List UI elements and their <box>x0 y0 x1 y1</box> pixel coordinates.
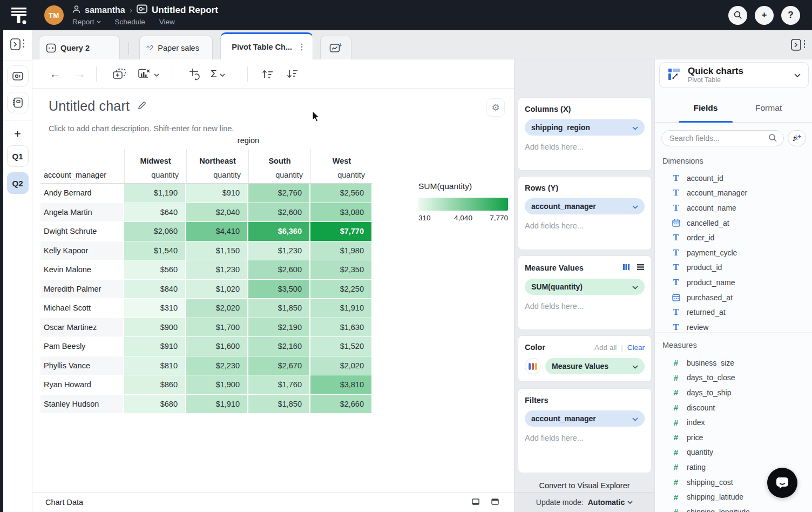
panel-toggle-icon[interactable] <box>10 37 26 53</box>
field-label: account_id <box>687 174 723 183</box>
minimize-panel-icon[interactable] <box>472 497 479 507</box>
search-button[interactable] <box>728 6 747 25</box>
chart-title[interactable]: Untitled chart <box>49 98 130 114</box>
measure-field-item[interactable]: #quantity <box>655 445 812 460</box>
row-dimension-header[interactable]: account_manager <box>40 166 124 184</box>
add-button[interactable]: + <box>755 6 774 25</box>
redo-button[interactable]: → <box>75 59 85 89</box>
filters-pill[interactable]: account_manager <box>525 410 645 427</box>
color-clear-button[interactable]: Clear <box>627 343 645 352</box>
avatar[interactable]: TM <box>44 5 64 25</box>
add-fields-placeholder[interactable]: Add fields here... <box>525 221 645 230</box>
chart-description-placeholder[interactable]: Click to add chart description. Shift-en… <box>49 124 234 133</box>
measure-field-item[interactable]: #shipping_longitude <box>655 504 812 512</box>
svg-text:+: + <box>339 43 342 48</box>
trevor-logo-icon[interactable] <box>10 4 30 26</box>
pivot-value-cell: $1,910 <box>310 299 373 318</box>
undo-button[interactable]: ← <box>50 59 60 89</box>
dimension-field-item[interactable]: Tproduct_name <box>655 275 812 290</box>
measure-field-item[interactable]: #price <box>655 430 812 445</box>
measure-field-item[interactable]: #days_to_ship <box>655 385 812 400</box>
rows-y-pill[interactable]: account_manager <box>525 198 645 214</box>
chart-data-label[interactable]: Chart Data <box>45 498 83 507</box>
color-add-all-button[interactable]: Add all <box>594 343 617 352</box>
measure-field-item[interactable]: #business_size <box>655 355 812 370</box>
tab-menu-kebab-icon[interactable]: ⋮ <box>297 42 306 52</box>
measure-field-item[interactable]: #index <box>655 415 812 430</box>
report-title[interactable]: Untitled Report <box>152 5 218 16</box>
dimension-field-item[interactable]: Treturned_at <box>655 305 812 320</box>
dimension-field-item[interactable]: Tproduct_id <box>655 260 812 275</box>
chat-support-button[interactable] <box>767 468 797 498</box>
search-fields-input[interactable] <box>661 130 784 146</box>
convert-to-visual-explorer-button[interactable]: Convert to Visual Explorer <box>515 481 654 490</box>
search-icon <box>768 133 777 145</box>
menu-schedule[interactable]: Schedule <box>115 18 145 26</box>
add-fields-placeholder[interactable]: Add fields here... <box>525 434 645 442</box>
measure-field-item[interactable]: #days_to_close <box>655 370 812 386</box>
breadcrumb-user[interactable]: samantha <box>85 5 125 15</box>
palette-icon[interactable] <box>525 358 541 374</box>
update-mode-select[interactable]: Automatic <box>588 498 633 507</box>
tab-paper-sales[interactable]: ^2 Paper sales <box>139 36 213 59</box>
pivot-value-cell: $1,630 <box>310 318 373 338</box>
tab-format[interactable]: Format <box>755 93 782 123</box>
add-formula-button[interactable]: fx+ <box>788 130 806 146</box>
update-mode-label: Update mode: <box>536 498 584 507</box>
measure-field-item[interactable]: #discount <box>655 400 812 415</box>
chart-settings-button[interactable]: ⚙ <box>486 98 505 117</box>
edit-pencil-icon[interactable] <box>137 100 147 112</box>
number-field-icon: # <box>672 477 680 487</box>
menu-view[interactable]: View <box>159 18 175 26</box>
column-header[interactable]: Northeast <box>186 149 248 166</box>
pivot-value-cell: $2,600 <box>248 203 310 223</box>
add-fields-placeholder[interactable]: Add fields here... <box>525 143 645 151</box>
dimension-field-item[interactable]: Taccount_manager <box>655 186 812 201</box>
tab-pivot-table[interactable]: Pivot Table Ch... ⋮ <box>220 32 313 59</box>
aggregate-button[interactable]: Σ <box>211 59 225 89</box>
dimensions-section-title: Dimensions <box>662 157 703 165</box>
tab-fields[interactable]: Fields <box>679 93 733 123</box>
dimension-field-item[interactable]: Taccount_name <box>655 200 812 215</box>
measure-values-pill[interactable]: SUM(quantity) <box>525 279 645 295</box>
dimension-field-item[interactable]: Tpayment_cycle <box>655 245 812 260</box>
notebook-nav-button[interactable] <box>7 92 29 113</box>
column-header[interactable]: Midwest <box>124 149 186 166</box>
pivot-value-cell: $2,230 <box>186 356 248 376</box>
columns-x-pill[interactable]: shipping_region <box>525 119 645 136</box>
pivot-row-label: Dwight Schrute <box>40 222 124 241</box>
column-header[interactable]: South <box>248 149 310 166</box>
panel-toggle-right-icon[interactable] <box>789 36 808 54</box>
pivot-value-cell: $2,760 <box>248 184 310 203</box>
question-icon: ? <box>788 10 793 21</box>
duplicate-chart-button[interactable] <box>112 59 126 89</box>
sort-ascending-button[interactable] <box>261 59 274 89</box>
columns-x-card: Columns (X) shipping_region Add fields h… <box>518 97 652 171</box>
swap-axes-button[interactable] <box>188 59 201 89</box>
report-nav-button[interactable] <box>7 65 29 87</box>
quick-charts-selector[interactable]: Quick charts Pivot Table <box>659 62 809 88</box>
sort-descending-button[interactable] <box>286 59 299 89</box>
column-header[interactable]: West <box>310 149 373 166</box>
menu-report[interactable]: Report <box>72 18 101 26</box>
tab-query-2[interactable]: Query 2 <box>39 36 120 59</box>
sidebar-item-q2[interactable]: Q2 <box>7 172 29 194</box>
add-query-button[interactable]: + <box>14 128 21 140</box>
new-chart-tab-button[interactable]: + <box>320 36 351 59</box>
sidebar-item-q1[interactable]: Q1 <box>7 145 29 167</box>
pivot-row-label: Phyllis Vance <box>40 356 124 376</box>
maximize-panel-icon[interactable] <box>491 497 499 507</box>
dimension-field-item[interactable]: Torder_id <box>655 230 812 245</box>
chart-canvas: ← → Σ Untitled chart Click to add <box>32 59 514 512</box>
legend-mid: 4,040 <box>454 214 472 222</box>
dimension-field-item[interactable]: Taccount_id <box>655 171 812 186</box>
tab-divider <box>128 42 129 55</box>
add-fields-placeholder[interactable]: Add fields here... <box>525 302 645 311</box>
rows-layout-icon[interactable] <box>637 263 645 273</box>
columns-layout-icon[interactable] <box>622 263 630 273</box>
remove-chart-button[interactable] <box>137 59 159 89</box>
dimension-field-item[interactable]: purchased_at <box>655 290 812 305</box>
dimension-field-item[interactable]: cancelled_at <box>655 215 812 231</box>
color-pill[interactable]: Measure Values <box>545 358 645 374</box>
help-button[interactable]: ? <box>781 6 800 25</box>
